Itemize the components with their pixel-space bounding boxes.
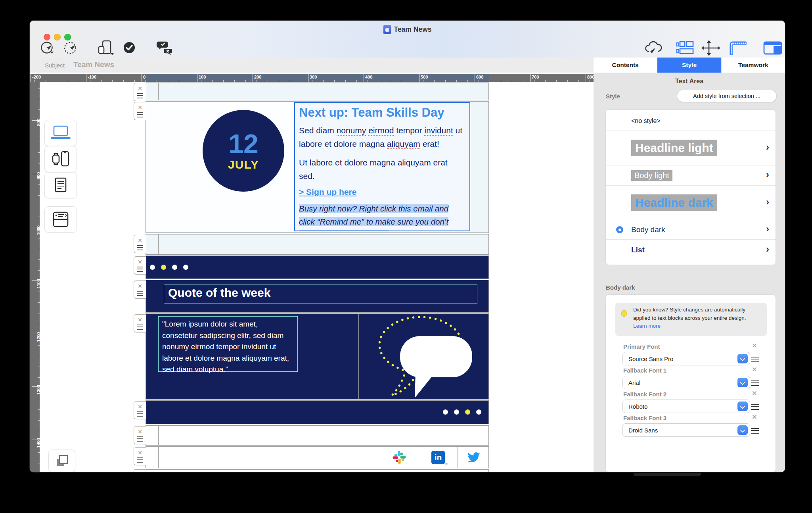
block-handle[interactable]: ✕ — [134, 426, 146, 444]
sign-up-link[interactable]: > Sign up here — [299, 187, 465, 197]
drag-block-icon[interactable] — [137, 436, 143, 442]
comments-icon[interactable] — [156, 40, 175, 56]
approval-icon[interactable] — [122, 40, 137, 56]
quote-text[interactable]: "Lorem ipsum dolor sit amet, consetetur … — [162, 319, 294, 375]
block-handle[interactable]: ✕ — [134, 102, 146, 120]
reminder-text-highlighted[interactable]: Busy right now? Right click this email a… — [299, 202, 465, 231]
email-row-hero[interactable]: 12 JULY Next up: Team Skills Day Sed dia… — [146, 101, 489, 233]
add-style-button[interactable]: Add style from selection ... — [677, 90, 776, 102]
preview-desktop-button[interactable] — [44, 120, 77, 146]
remove-font-icon[interactable]: ✕ — [752, 365, 757, 374]
dropdown-chevron-icon[interactable] — [737, 378, 748, 387]
email-row-dots-bottom[interactable] — [146, 400, 489, 424]
block-handle[interactable]: ✕ — [134, 401, 146, 419]
delete-block-icon[interactable]: ✕ — [138, 429, 142, 434]
email-row-dots-top[interactable] — [146, 256, 489, 279]
style-item-body-light[interactable]: Body light › — [606, 165, 776, 186]
drag-block-icon[interactable] — [137, 291, 143, 296]
tab-contents[interactable]: Contents — [594, 58, 657, 73]
learn-more-link[interactable]: Learn more — [633, 323, 661, 329]
block-handle[interactable]: ✕ — [134, 447, 146, 465]
drag-block-icon[interactable] — [137, 112, 143, 117]
reorder-font-icon[interactable] — [751, 357, 759, 362]
chevron-right-icon[interactable]: › — [766, 244, 769, 255]
dropdown-chevron-icon[interactable] — [737, 354, 748, 363]
delete-block-icon[interactable]: ✕ — [138, 450, 142, 455]
delete-block-icon[interactable]: ✕ — [138, 238, 142, 243]
inspector-icon[interactable] — [762, 40, 783, 56]
remove-font-icon[interactable]: ✕ — [752, 389, 757, 398]
remove-font-icon[interactable]: ✕ — [752, 342, 757, 350]
style-item-body-dark-selected[interactable]: Body dark › — [606, 220, 776, 240]
chevron-right-icon[interactable]: › — [766, 169, 769, 180]
test-send-icon[interactable] — [61, 40, 81, 56]
drag-block-icon[interactable] — [137, 411, 143, 417]
delete-block-icon[interactable]: ✕ — [138, 86, 142, 91]
email-row-partial[interactable] — [146, 469, 489, 472]
hero-paragraph-2[interactable]: Ut labore et dolore magna aliquyam erat … — [299, 156, 465, 183]
style-item-no-style[interactable]: <no style> — [606, 111, 776, 131]
block-handle[interactable]: ✕ — [134, 469, 146, 472]
layout-blocks-icon[interactable] — [676, 40, 694, 56]
style-item-headline-dark[interactable]: Headline dark › — [606, 186, 776, 220]
send-icon[interactable] — [40, 40, 58, 56]
email-row-spacer[interactable] — [146, 234, 489, 255]
email-row-quote-title[interactable]: Quote of the week — [146, 280, 489, 313]
chevron-right-icon[interactable]: › — [766, 196, 769, 208]
fallback-font-2-select[interactable]: Roboto — [622, 400, 750, 413]
hero-paragraph-1[interactable]: Sed diam nonumy eirmod tempor invidunt u… — [299, 124, 465, 151]
preview-mobile-button[interactable] — [44, 146, 77, 172]
quote-title[interactable]: Quote of the week — [168, 286, 477, 300]
reorder-font-icon[interactable] — [751, 404, 759, 410]
drag-block-icon[interactable] — [137, 325, 143, 330]
design-canvas[interactable]: -200-1000100200300400500600700800 800900… — [30, 73, 594, 472]
primary-font-select[interactable]: Source Sans Pro — [622, 352, 750, 365]
email-row-white-spacer[interactable] — [146, 425, 489, 446]
delete-block-icon[interactable]: ✕ — [138, 105, 142, 110]
cloud-delivery-icon[interactable] — [643, 40, 665, 56]
preview-inbox-button[interactable] — [44, 206, 77, 232]
delete-block-icon[interactable]: ✕ — [138, 259, 142, 265]
date-cell[interactable]: 12 JULY — [146, 102, 295, 232]
block-handle[interactable]: ✕ — [134, 235, 146, 253]
margins-ruler-icon[interactable] — [727, 40, 749, 56]
tab-teamwork[interactable]: Teamwork — [722, 58, 785, 73]
slack-icon[interactable] — [380, 447, 419, 468]
dropdown-chevron-icon[interactable] — [737, 425, 748, 435]
twitter-icon[interactable] — [458, 447, 489, 468]
block-handle[interactable]: ✕ — [134, 314, 146, 332]
email-row-social[interactable]: in® — [146, 446, 489, 468]
drag-block-icon[interactable] — [137, 457, 143, 463]
reorder-font-icon[interactable] — [751, 380, 759, 386]
quote-text-box[interactable]: "Lorem ipsum dolor sit amet, consetetur … — [158, 316, 298, 372]
hero-headline[interactable]: Next up: Team Skills Day — [299, 106, 465, 120]
move-icon[interactable] — [701, 40, 721, 56]
block-handle[interactable]: ✕ — [134, 256, 146, 275]
background-layers-button[interactable] — [48, 450, 75, 472]
email-row-quote-body[interactable]: "Lorem ipsum dolor sit amet, consetetur … — [146, 313, 489, 400]
tab-style[interactable]: Style — [657, 58, 721, 73]
drag-block-icon[interactable] — [137, 93, 143, 98]
remove-font-icon[interactable]: ✕ — [752, 413, 757, 421]
drag-block-icon[interactable] — [137, 267, 143, 272]
style-item-list[interactable]: List › — [606, 240, 776, 260]
hero-text-block-selected[interactable]: Next up: Team Skills Day Sed diam nonumy… — [294, 102, 470, 231]
delete-block-icon[interactable]: ✕ — [138, 317, 142, 323]
reorder-font-icon[interactable] — [751, 428, 759, 434]
delete-block-icon[interactable]: ✕ — [138, 471, 142, 472]
fallback-font-1-select[interactable]: Arial — [622, 376, 750, 389]
device-preview-icon[interactable] — [98, 40, 116, 56]
date-badge[interactable]: 12 JULY — [203, 110, 284, 192]
subject-input[interactable]: Team News — [73, 60, 114, 69]
chevron-right-icon[interactable]: › — [766, 223, 769, 234]
email-row-header-spacer[interactable] — [146, 83, 489, 100]
selected-radio-icon[interactable] — [616, 226, 623, 233]
style-item-headline-light[interactable]: Headline light › — [606, 131, 776, 165]
preview-plaintext-button[interactable] — [44, 172, 77, 198]
speech-bubble-graphic[interactable] — [371, 314, 488, 399]
block-handle[interactable]: ✕ — [134, 83, 146, 101]
delete-block-icon[interactable]: ✕ — [138, 404, 142, 409]
delete-block-icon[interactable]: ✕ — [138, 283, 142, 289]
quote-title-box[interactable]: Quote of the week — [164, 284, 477, 304]
fallback-font-3-select[interactable]: Droid Sans — [622, 423, 750, 437]
